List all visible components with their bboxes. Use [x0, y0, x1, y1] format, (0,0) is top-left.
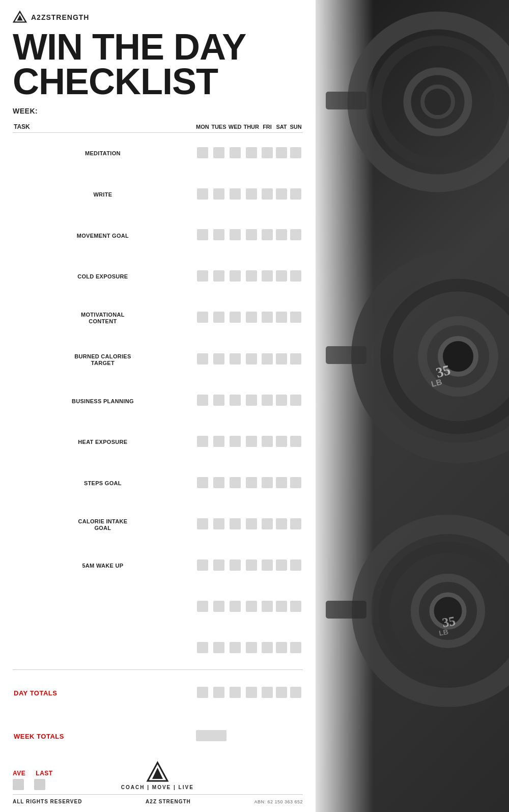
checkbox[interactable]: [246, 642, 257, 653]
checkbox[interactable]: [246, 436, 257, 447]
checkbox[interactable]: [246, 229, 257, 240]
checkbox[interactable]: [213, 559, 224, 571]
checkbox[interactable]: [246, 270, 257, 282]
checkbox[interactable]: [276, 188, 287, 200]
checkbox[interactable]: [290, 642, 301, 653]
checkbox[interactable]: [197, 312, 208, 323]
checkbox[interactable]: [276, 687, 287, 698]
checkbox[interactable]: [246, 395, 257, 406]
checkbox[interactable]: [230, 477, 241, 488]
checkbox[interactable]: [246, 601, 257, 612]
checkbox[interactable]: [276, 312, 287, 323]
checkbox[interactable]: [197, 642, 208, 653]
checkbox[interactable]: [213, 229, 224, 240]
checkbox[interactable]: [197, 147, 208, 158]
checkbox[interactable]: [230, 270, 241, 282]
checkbox[interactable]: [290, 312, 301, 323]
checkbox[interactable]: [290, 147, 301, 158]
checkbox[interactable]: [246, 518, 257, 529]
checkbox[interactable]: [262, 436, 273, 447]
checkbox[interactable]: [276, 229, 287, 240]
checkbox[interactable]: [290, 518, 301, 529]
checkbox[interactable]: [262, 642, 273, 653]
checkbox[interactable]: [197, 229, 208, 240]
checkbox[interactable]: [276, 601, 287, 612]
checkbox[interactable]: [290, 687, 301, 698]
checkbox[interactable]: [262, 353, 273, 365]
checkbox[interactable]: [276, 559, 287, 571]
checkbox[interactable]: [230, 601, 241, 612]
checkbox[interactable]: [230, 642, 241, 653]
checkbox[interactable]: [213, 270, 224, 282]
checkbox[interactable]: [230, 395, 241, 406]
checkbox[interactable]: [213, 601, 224, 612]
checkbox[interactable]: [246, 559, 257, 571]
checkbox[interactable]: [262, 188, 273, 200]
checkbox[interactable]: [197, 270, 208, 282]
checkbox[interactable]: [262, 395, 273, 406]
checkbox[interactable]: [213, 188, 224, 200]
ave-box[interactable]: [13, 779, 24, 790]
checkbox[interactable]: [197, 687, 208, 698]
checkbox[interactable]: [262, 312, 273, 323]
checkbox[interactable]: [246, 687, 257, 698]
checkbox[interactable]: [262, 270, 273, 282]
checkbox[interactable]: [197, 395, 208, 406]
checkbox[interactable]: [213, 477, 224, 488]
checkbox[interactable]: [290, 395, 301, 406]
checkbox[interactable]: [197, 601, 208, 612]
checkbox[interactable]: [290, 559, 301, 571]
checkbox[interactable]: [230, 188, 241, 200]
checkbox[interactable]: [246, 312, 257, 323]
checkbox[interactable]: [230, 559, 241, 571]
checkbox[interactable]: [213, 353, 224, 365]
checkbox[interactable]: [230, 518, 241, 529]
checkbox[interactable]: [197, 353, 208, 365]
checkbox[interactable]: [290, 229, 301, 240]
checkbox[interactable]: [213, 642, 224, 653]
checkbox[interactable]: [290, 601, 301, 612]
checkbox[interactable]: [246, 188, 257, 200]
checkbox[interactable]: [262, 147, 273, 158]
checkbox[interactable]: [197, 436, 208, 447]
checkbox[interactable]: [230, 353, 241, 365]
checkbox[interactable]: [276, 353, 287, 365]
checkbox[interactable]: [230, 436, 241, 447]
checkbox[interactable]: [246, 147, 257, 158]
checkbox[interactable]: [213, 147, 224, 158]
checkbox[interactable]: [213, 518, 224, 529]
checkbox[interactable]: [276, 270, 287, 282]
checkbox[interactable]: [197, 559, 208, 571]
checkbox[interactable]: [290, 188, 301, 200]
checkbox[interactable]: [262, 518, 273, 529]
checkbox[interactable]: [213, 436, 224, 447]
checkbox[interactable]: [262, 601, 273, 612]
checkbox[interactable]: [213, 312, 224, 323]
checkbox[interactable]: [276, 642, 287, 653]
checkbox[interactable]: [276, 518, 287, 529]
checkbox[interactable]: [262, 687, 273, 698]
checkbox[interactable]: [213, 395, 224, 406]
checkbox[interactable]: [276, 436, 287, 447]
checkbox[interactable]: [290, 477, 301, 488]
checkbox[interactable]: [230, 687, 241, 698]
checkbox[interactable]: [197, 188, 208, 200]
checkbox[interactable]: [290, 436, 301, 447]
last-box[interactable]: [34, 779, 45, 790]
checkbox[interactable]: [290, 270, 301, 282]
checkbox[interactable]: [276, 395, 287, 406]
checkbox[interactable]: [290, 353, 301, 365]
checkbox[interactable]: [246, 477, 257, 488]
checkbox[interactable]: [246, 353, 257, 365]
checkbox[interactable]: [197, 477, 208, 488]
checkbox[interactable]: [262, 559, 273, 571]
checkbox[interactable]: [276, 477, 287, 488]
checkbox[interactable]: [230, 229, 241, 240]
checkbox[interactable]: [213, 687, 224, 698]
week-totals-box[interactable]: [196, 730, 227, 741]
checkbox[interactable]: [276, 147, 287, 158]
checkbox[interactable]: [262, 229, 273, 240]
checkbox[interactable]: [197, 518, 208, 529]
checkbox[interactable]: [230, 312, 241, 323]
checkbox[interactable]: [230, 147, 241, 158]
